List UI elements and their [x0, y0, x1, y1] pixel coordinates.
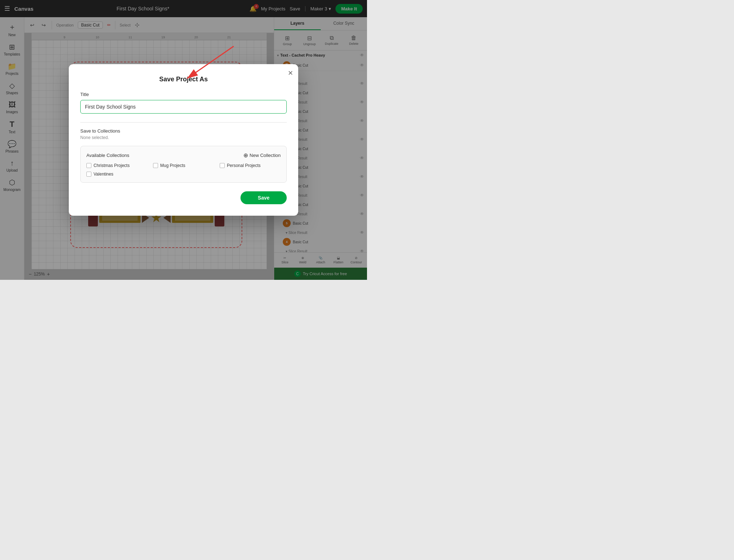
collections-checkboxes: Christmas Projects Mug Projects Personal… [86, 163, 281, 177]
collections-box: Available Collections ⊕ New Collection C… [80, 146, 287, 183]
modal-title: Save Project As [80, 76, 287, 83]
plus-icon: ⊕ [243, 152, 248, 159]
none-selected-text: None selected. [80, 135, 287, 140]
checkbox-christmas-box[interactable] [86, 163, 91, 168]
save-project-modal: ✕ Save Project As Title Save to Collecti… [69, 64, 298, 216]
title-field-label: Title [80, 92, 287, 97]
available-collections-label: Available Collections [86, 153, 129, 158]
checkbox-mug[interactable]: Mug Projects [153, 163, 214, 168]
modal-footer: Save [80, 191, 287, 204]
checkbox-mug-label: Mug Projects [160, 163, 185, 168]
checkbox-personal-box[interactable] [220, 163, 225, 168]
modal-divider [80, 122, 287, 123]
checkbox-valentines[interactable]: Valentines [86, 172, 147, 177]
checkbox-personal[interactable]: Personal Projects [220, 163, 281, 168]
checkbox-personal-label: Personal Projects [227, 163, 261, 168]
checkbox-mug-box[interactable] [153, 163, 158, 168]
modal-save-button[interactable]: Save [240, 191, 287, 204]
checkbox-christmas-label: Christmas Projects [94, 163, 130, 168]
new-collection-label: New Collection [249, 153, 281, 158]
modal-close-button[interactable]: ✕ [288, 69, 293, 77]
title-input[interactable] [80, 100, 287, 114]
svg-line-1 [187, 46, 234, 78]
save-to-collections-label: Save to Collections [80, 128, 287, 134]
new-collection-button[interactable]: ⊕ New Collection [243, 152, 281, 159]
checkbox-valentines-label: Valentines [94, 172, 113, 177]
modal-overlay: ✕ Save Project As Title Save to Collecti… [0, 0, 367, 280]
collections-header: Available Collections ⊕ New Collection [86, 152, 281, 159]
checkbox-valentines-box[interactable] [86, 172, 91, 177]
checkbox-christmas[interactable]: Christmas Projects [86, 163, 147, 168]
